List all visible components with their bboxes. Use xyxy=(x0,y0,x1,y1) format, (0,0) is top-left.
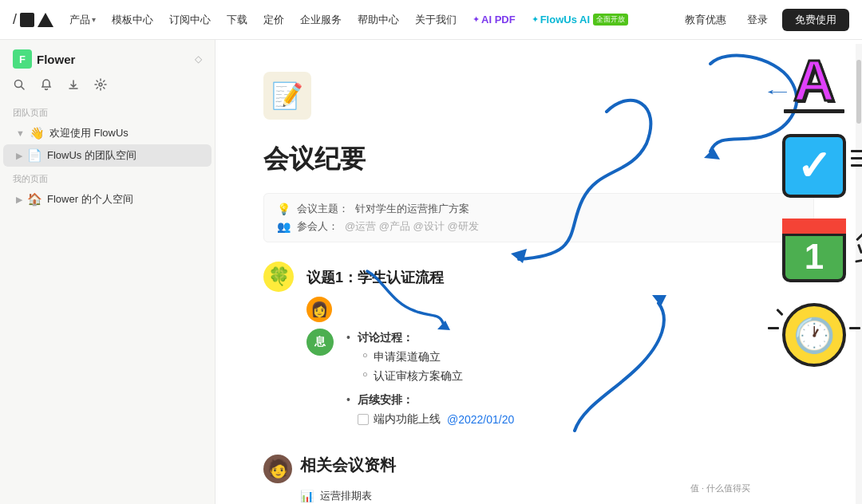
agenda-section: 🍀 议题1：学生认证流程 👩 息 讨论过程： 申请渠道确立 认证审核方案确立 xyxy=(263,262,814,435)
main-layout: F Flower ◇ 团队页面 ▼ 👋 欢迎使用 FlowUs ▶ xyxy=(0,40,862,504)
doc-meta-block: 💡 会议主题： 针对学生的运营推广方案 👥 参会人： @运营 @产品 @设计 @… xyxy=(263,193,814,242)
sidebar-item-welcome-label: 欢迎使用 FlowUs xyxy=(49,126,202,140)
my-section-label: 我的页面 xyxy=(0,167,215,188)
sidebar-item-personal-label: Flower 的个人空间 xyxy=(47,192,202,207)
nav-pricing[interactable]: 定价 xyxy=(257,13,291,27)
chevron-right-icon: ▶ xyxy=(16,151,22,161)
task-checkbox[interactable] xyxy=(358,414,369,425)
checkbox-box: ✓ xyxy=(782,134,846,198)
svg-line-1 xyxy=(22,87,25,90)
followup-label: 后续安排： xyxy=(342,391,814,410)
logo-square-icon xyxy=(20,13,34,27)
task-item-1: 端内功能上线 @2022/01/20 xyxy=(342,410,814,429)
related-section: 🧑 相关会议资料 📊 运营排期表 📁 宣传海报与视频 2 项内容 xyxy=(263,455,814,504)
flowus-badge: 全面开放 xyxy=(593,14,628,26)
lines-decoration xyxy=(851,150,862,167)
doc-meta-attendees: 👥 参会人： @运营 @产品 @设计 @研发 xyxy=(277,219,801,234)
chevron-down-icon: ▾ xyxy=(92,15,96,24)
team-space-icon: 📄 xyxy=(27,148,42,163)
notification-icon[interactable] xyxy=(40,78,53,91)
nav-education[interactable]: 教育优惠 xyxy=(678,13,733,27)
sidebar-item-team-label: FlowUs 的团队空间 xyxy=(47,148,202,163)
workspace-name: Flower xyxy=(37,53,190,66)
agenda-title: 议题1：学生认证流程 xyxy=(306,268,814,287)
team-section-label: 团队页面 xyxy=(0,100,215,122)
doc-title: 会议纪要 xyxy=(263,142,814,177)
chevron-down-icon: ▼ xyxy=(16,128,25,138)
clock-face: 🕐 xyxy=(782,303,846,367)
logo[interactable]: / xyxy=(13,11,53,28)
search-icon[interactable] xyxy=(13,78,26,91)
right-icons-panel: A ← ✓ xyxy=(782,52,846,367)
calendar-icon: 1 xyxy=(782,219,846,282)
sidebar-item-personal-space[interactable]: ▶ 🏠 Flower 的个人空间 xyxy=(3,188,212,211)
nav-ai-pdf[interactable]: ✦ AI PDF xyxy=(466,14,522,26)
welcome-icon: 👋 xyxy=(30,126,45,140)
free-use-button[interactable]: 免费使用 xyxy=(782,9,849,31)
workspace-header[interactable]: F Flower ◇ xyxy=(0,40,215,75)
chevron-right-icon: ▶ xyxy=(16,195,22,205)
sidebar-toolbar xyxy=(0,75,215,100)
calendar-box: 1 xyxy=(782,219,846,282)
lightbulb-icon: 💡 xyxy=(277,203,291,215)
scrollbar[interactable] xyxy=(856,44,862,504)
user-avatar-1: 🍀 xyxy=(263,262,294,292)
arrow-decoration: ← xyxy=(761,82,793,100)
attendees-icon: 👥 xyxy=(277,220,291,233)
checkbox-icon: ✓ xyxy=(782,134,846,198)
clock-icon: 🕐 xyxy=(782,303,846,367)
workspace-chevron-icon[interactable]: ◇ xyxy=(195,53,202,65)
nav-enterprise[interactable]: 企业服务 xyxy=(294,13,348,27)
user-avatar-2: 👩 xyxy=(306,297,332,322)
calendar-header xyxy=(782,219,846,236)
nav-flowus-ai[interactable]: ✦ FlowUs AI 全面开放 xyxy=(525,14,635,26)
user-avatar-3: 🧑 xyxy=(263,455,292,483)
sparkle-decoration xyxy=(856,230,862,268)
svg-point-2 xyxy=(99,83,102,86)
sidebar-item-welcome[interactable]: ▼ 👋 欢迎使用 FlowUs xyxy=(3,122,212,144)
spark-right xyxy=(849,327,860,329)
scrollbar-thumb[interactable] xyxy=(856,60,861,124)
discussion-item-1: 申请渠道确立 xyxy=(342,348,814,367)
sidebar-item-team-space[interactable]: ▶ 📄 FlowUs 的团队空间 xyxy=(3,144,212,167)
personal-space-icon: 🏠 xyxy=(27,192,42,207)
nav-about[interactable]: 关于我们 xyxy=(409,13,463,27)
settings-icon[interactable] xyxy=(94,78,107,91)
spark-left xyxy=(768,327,779,329)
workspace-icon: F xyxy=(13,49,32,69)
topnav: / 产品 ▾ 模板中心 订阅中心 下载 定价 企业服务 帮助中心 关于我们 ✦ … xyxy=(0,0,862,40)
discussion-label: 讨论过程： xyxy=(342,329,814,348)
sidebar: F Flower ◇ 团队页面 ▼ 👋 欢迎使用 FlowUs ▶ xyxy=(0,40,216,504)
nav-help[interactable]: 帮助中心 xyxy=(351,13,405,27)
doc-header-image: 📝 xyxy=(263,72,311,120)
document-content: 📝 会议纪要 💡 会议主题： 针对学生的运营推广方案 👥 参会人： @运营 @产… xyxy=(216,40,862,504)
nav-subscription[interactable]: 订阅中心 xyxy=(163,13,217,27)
chart-icon: 📊 xyxy=(300,490,314,502)
logo-slash: / xyxy=(13,11,17,28)
login-button[interactable]: 登录 xyxy=(736,9,779,31)
discussion-item-2: 认证审核方案确立 xyxy=(342,367,814,386)
related-title: 相关会议资料 xyxy=(300,455,814,476)
nav-products[interactable]: 产品 ▾ xyxy=(63,13,102,27)
badge-icon: 息 xyxy=(306,329,334,356)
logo-triangle-icon xyxy=(38,13,53,27)
watermark: 值 · 什么值得买 xyxy=(690,482,750,494)
letter-a-icon: A ← xyxy=(784,52,844,113)
download-icon[interactable] xyxy=(67,78,80,91)
nav-templates[interactable]: 模板中心 xyxy=(105,13,160,27)
doc-meta-topic: 💡 会议主题： 针对学生的运营推广方案 xyxy=(277,202,801,216)
nav-download[interactable]: 下载 xyxy=(220,13,254,27)
